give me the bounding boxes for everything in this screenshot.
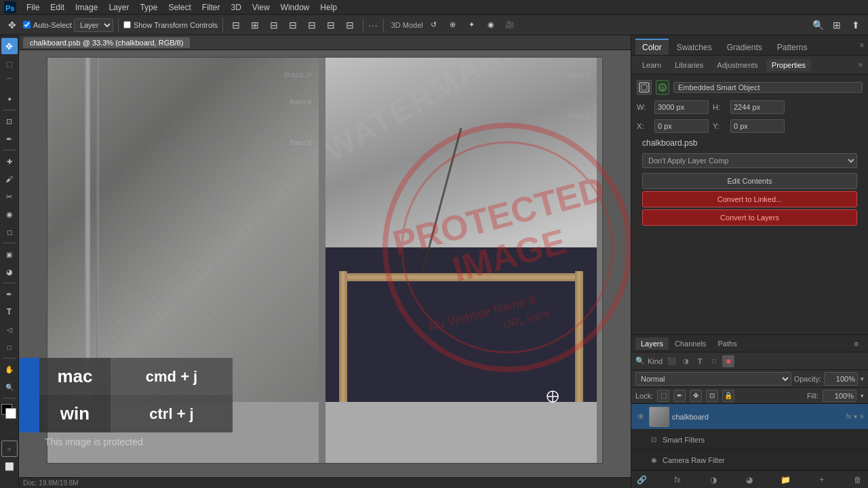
tool-move[interactable]: ✥ <box>1 38 18 54</box>
fill-arrow[interactable]: ▾ <box>861 392 864 399</box>
layer-select[interactable]: Layer <box>74 18 113 32</box>
layer-fx-btn[interactable]: fx <box>671 474 684 486</box>
canvas-tab-active[interactable]: chalkboard.psb @ 33.3% (chalkboard, RGB/… <box>23 37 190 48</box>
menu-edit[interactable]: Edit <box>45 1 69 14</box>
sub-panel-expand[interactable]: ≡ <box>859 61 863 68</box>
tool-zoom[interactable]: 🔍 <box>1 379 18 395</box>
tool-history[interactable]: ◉ <box>1 206 18 222</box>
show-transform-check[interactable]: Show Transform Controls <box>123 21 218 29</box>
filter-type-icon[interactable]: T <box>694 355 706 367</box>
tool-hand[interactable]: ✋ <box>1 361 18 378</box>
align-middle-icon[interactable]: ⊟ <box>304 17 320 33</box>
w-input[interactable] <box>654 100 709 114</box>
auto-select-checkbox[interactable] <box>23 21 31 28</box>
blend-mode-select[interactable]: Normal <box>635 372 791 386</box>
tool-pen[interactable]: ✒ <box>1 286 18 302</box>
layer-group-btn[interactable]: 📁 <box>780 474 792 486</box>
screen-mode-btn[interactable]: ⬜ <box>1 458 18 474</box>
layers-tab-channels[interactable]: Channels <box>669 338 711 350</box>
opacity-arrow[interactable]: ▾ <box>861 375 864 382</box>
tool-eraser[interactable]: ◻ <box>1 224 18 240</box>
tool-wand[interactable]: ✦ <box>1 91 18 107</box>
menu-layer[interactable]: Layer <box>104 1 134 14</box>
layers-tab-paths[interactable]: Paths <box>713 338 743 350</box>
align-center-icon[interactable]: ⊞ <box>247 17 263 33</box>
sub-tab-properties[interactable]: Properties <box>766 59 811 71</box>
layer-options-icon[interactable]: ≡ <box>860 413 864 420</box>
move-tool-icon[interactable]: ✥ <box>4 17 20 33</box>
filter-smart-icon[interactable]: ◉ <box>722 355 734 367</box>
layer-link-btn[interactable]: 🔗 <box>635 474 648 486</box>
layer-comp-select[interactable]: Don't Apply Layer Comp <box>642 153 857 168</box>
layer-new-btn[interactable]: + <box>816 474 828 486</box>
tool-marquee[interactable]: ⬚ <box>1 56 18 72</box>
tool-gradient[interactable]: ▣ <box>1 246 18 262</box>
toolbar-icon-4[interactable]: ◉ <box>483 17 499 33</box>
toolbar-icon-3[interactable]: ✦ <box>464 17 480 33</box>
color-picker[interactable] <box>1 404 18 420</box>
layer-fx-icon[interactable]: fx <box>846 413 851 420</box>
lock-artboard-btn[interactable]: ⊡ <box>706 390 718 402</box>
filter-adjust-icon[interactable]: ◑ <box>679 355 692 367</box>
tool-type[interactable]: T <box>1 304 18 320</box>
y-input[interactable] <box>730 119 785 133</box>
menu-image[interactable]: Image <box>71 1 102 14</box>
lock-transparent-btn[interactable]: ⬚ <box>657 390 669 402</box>
tool-lasso[interactable]: ⌒ <box>1 73 18 89</box>
edit-contents-btn[interactable]: Edit Contents <box>642 173 857 189</box>
show-transform-checkbox[interactable] <box>123 21 131 28</box>
menu-window[interactable]: Window <box>276 1 315 14</box>
layer-expand-icon[interactable]: ▾ <box>854 413 857 420</box>
search-icon[interactable]: 🔍 <box>810 17 826 33</box>
lock-image-btn[interactable]: ✒ <box>673 390 686 402</box>
canvas-area[interactable]: chalkboard.psb @ 33.3% (chalkboard, RGB/… <box>19 35 631 488</box>
quick-mask-btn[interactable]: ○ <box>1 441 18 457</box>
tab-swatches[interactable]: Swatches <box>670 39 719 55</box>
background-color[interactable] <box>5 408 16 419</box>
tool-clone[interactable]: ✂ <box>1 188 18 205</box>
menu-filter[interactable]: Filter <box>197 1 225 14</box>
menu-select[interactable]: Select <box>163 1 195 14</box>
opacity-input[interactable] <box>824 372 858 386</box>
toolbar-icon-5[interactable]: 🎥 <box>502 17 518 33</box>
menu-view[interactable]: View <box>248 1 275 14</box>
tab-gradients[interactable]: Gradients <box>720 39 769 55</box>
menu-file[interactable]: File <box>22 1 44 14</box>
layers-panel-menu[interactable]: ≡ <box>849 338 864 350</box>
layer-visibility-chalkboard[interactable]: 👁 <box>635 411 646 422</box>
h-input[interactable] <box>730 100 785 114</box>
filter-shape-icon[interactable]: □ <box>708 355 720 367</box>
menu-type[interactable]: Type <box>135 1 162 14</box>
tab-patterns[interactable]: Patterns <box>770 39 814 55</box>
align-bottom-icon[interactable]: ⊟ <box>323 17 339 33</box>
align-top-icon[interactable]: ⊟ <box>285 17 301 33</box>
toolbar-icon-2[interactable]: ⊕ <box>445 17 461 33</box>
filter-pixel-icon[interactable]: ⬛ <box>665 355 677 367</box>
layer-adjustment-btn[interactable]: ◕ <box>743 474 755 486</box>
arrange-icon[interactable]: ⊞ <box>829 17 845 33</box>
sub-tab-learn[interactable]: Learn <box>637 59 667 71</box>
layer-mask-btn[interactable]: ◑ <box>707 474 719 486</box>
tool-path[interactable]: ◁ <box>1 321 18 338</box>
lock-all-btn[interactable]: 🔒 <box>722 390 734 402</box>
share-icon[interactable]: ⬆ <box>848 17 864 33</box>
tab-color[interactable]: Color <box>635 39 669 55</box>
layer-smart-filters[interactable]: ⊡ Smart Filters <box>631 430 868 450</box>
convert-linked-btn[interactable]: Convert to Linked... <box>642 191 857 207</box>
align-right-icon[interactable]: ⊟ <box>266 17 282 33</box>
tool-brush[interactable]: 🖌 <box>1 171 18 187</box>
tool-shape[interactable]: □ <box>1 339 18 355</box>
sub-tab-libraries[interactable]: Libraries <box>669 59 709 71</box>
smart-object-icon[interactable] <box>637 80 652 95</box>
layers-tab-layers[interactable]: Layers <box>635 338 669 350</box>
lock-position-btn[interactable]: ✥ <box>690 390 702 402</box>
layer-delete-btn[interactable]: 🗑 <box>852 474 864 486</box>
panel-expand-icon[interactable]: ≡ <box>860 41 864 49</box>
layer-chalkboard[interactable]: 👁 chalkboard fx ▾ ≡ <box>631 404 868 430</box>
toolbar-icon-1[interactable]: ↺ <box>426 17 442 33</box>
tool-dodge[interactable]: ◕ <box>1 264 18 280</box>
tool-eyedropper[interactable]: ✒ <box>1 131 18 147</box>
more-options-btn[interactable]: ··· <box>368 20 378 30</box>
align-left-icon[interactable]: ⊟ <box>228 17 244 33</box>
tool-crop[interactable]: ⊡ <box>1 113 18 129</box>
